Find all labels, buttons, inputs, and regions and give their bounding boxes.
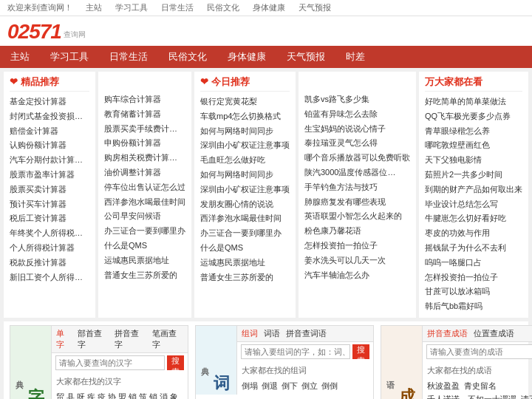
list-item[interactable]: 运城惠民票据地址 — [104, 253, 185, 268]
nav-tools[interactable]: 学习工具 — [40, 46, 99, 68]
top-link-health[interactable]: 身体健康 — [253, 3, 285, 12]
zi-char[interactable]: 销 — [129, 390, 137, 399]
top-link-home[interactable]: 主站 — [86, 3, 102, 12]
list-item[interactable]: 汽车半轴油怎么办 — [304, 268, 410, 283]
list-item[interactable]: 茹照片2一共多少时间 — [425, 168, 522, 183]
nav-culture[interactable]: 民俗文化 — [158, 46, 217, 68]
list-item[interactable]: 粉色康乃馨花语 — [304, 224, 410, 239]
list-item[interactable]: 税款反推计算器 — [10, 256, 89, 270]
nav-health[interactable]: 身体健康 — [217, 46, 276, 68]
list-item[interactable]: 个人所得税计算器 — [10, 241, 89, 256]
list-item[interactable]: 认购份额计算器 — [10, 138, 89, 153]
list-item[interactable]: 枣皮的功效与作用 — [425, 226, 522, 241]
chengyu-tab-pinyin[interactable]: 拼音查成语 — [427, 328, 468, 339]
list-item[interactable]: 铂蓝有异味怎么去除 — [304, 107, 410, 122]
list-item[interactable]: 如何与网络时间同步 — [200, 124, 290, 139]
zi-tab-bushou[interactable]: 部首查字 — [78, 328, 109, 350]
ci-tab-pinyin[interactable]: 拼音查词语 — [286, 328, 327, 339]
list-item[interactable]: 年终奖个人所得税… — [10, 226, 89, 241]
nav-home[interactable]: 主站 — [0, 46, 40, 68]
list-item[interactable]: 哪咤敦煌壁画红色 — [425, 138, 522, 153]
list-item[interactable]: 甘蔗可以放冰箱吗 — [425, 284, 522, 299]
top-link-weather[interactable]: 天气预报 — [299, 3, 331, 12]
list-item[interactable]: 赔偿金计算器 — [10, 124, 89, 139]
list-item[interactable]: 摇钱鼠子为什么不去利 — [425, 241, 522, 256]
list-item[interactable]: 新旧工资个人所得… — [10, 270, 89, 285]
ci-tab-word[interactable]: 词语 — [264, 328, 280, 339]
list-item[interactable]: 股票买卖计算器 — [10, 183, 89, 197]
list-item[interactable]: 封闭式基金投资损… — [10, 109, 89, 124]
zi-char[interactable]: 盟 — [118, 390, 126, 399]
list-item[interactable]: 油价调整计算器 — [104, 166, 185, 180]
list-item[interactable]: 生宝妈妈的说说心情子 — [304, 122, 410, 137]
zi-char[interactable]: 疾 — [87, 390, 95, 399]
list-item[interactable]: 汽车分期付款计算… — [10, 153, 89, 168]
zi-search-input[interactable] — [55, 355, 165, 370]
list-item[interactable]: 西洋参泡水喝最佳时间 — [104, 195, 185, 210]
list-item[interactable]: 肺腺癌复发有哪些表现 — [304, 195, 410, 210]
list-item[interactable]: 怎样投资拍一拍位子 — [425, 270, 522, 285]
list-item[interactable]: QQ飞车极光要多少点券 — [425, 109, 522, 124]
list-item[interactable]: 西洋参泡水喝最佳时间 — [200, 211, 290, 226]
nav-timezone[interactable]: 时差 — [335, 46, 375, 68]
ci-word[interactable]: 倒立 — [301, 379, 318, 393]
ci-word[interactable]: 倒塌 — [242, 379, 258, 393]
chengyu-search-input[interactable] — [426, 344, 532, 359]
chengyu-item[interactable]: 青史留名 — [464, 381, 497, 390]
list-item[interactable]: 怎样投资拍一拍位子 — [304, 239, 410, 253]
top-link-daily[interactable]: 日常生活 — [161, 3, 194, 12]
list-item[interactable]: 牛腱崽怎么切好看好吃 — [425, 211, 522, 226]
list-item[interactable]: 手竿钓鱼方法与技巧 — [304, 180, 410, 195]
list-item[interactable]: 韩后气bb霜好吗 — [425, 299, 522, 314]
nav-daily[interactable]: 日常生活 — [99, 46, 158, 68]
list-item[interactable]: 停车位出售认证怎么过 — [104, 180, 185, 195]
list-item[interactable]: 普通女生三苏所爱的 — [104, 268, 185, 283]
list-item[interactable]: 什么是QMS — [104, 239, 185, 253]
list-item[interactable]: 什么是QMS — [200, 241, 290, 256]
zi-char[interactable]: 县 — [66, 390, 75, 399]
zi-char[interactable]: 疫 — [98, 390, 106, 399]
ci-search-button[interactable]: 搜索 — [352, 344, 369, 359]
list-item[interactable]: 股票买卖手续费计… — [104, 122, 185, 137]
list-item[interactable]: 深圳由小矿权证注意事项 — [200, 138, 290, 153]
list-item[interactable]: 哪个音乐播放器可以免费听歌 — [304, 151, 410, 166]
list-item[interactable]: 公司早安问候语 — [104, 209, 185, 224]
list-item[interactable]: 申购份额计算器 — [104, 136, 185, 151]
chengyu-item[interactable]: 千人诺诺，不如一士谔谔 — [427, 395, 516, 399]
zi-tab-pinyin[interactable]: 拼音查字 — [115, 328, 146, 350]
list-item[interactable]: 基金定投计算器 — [10, 95, 89, 109]
zi-char[interactable]: 象 — [170, 390, 178, 399]
list-item[interactable]: 发朋友圈心情的说说 — [200, 197, 290, 212]
list-item[interactable]: 毕业设计总结怎么写 — [425, 197, 522, 212]
zi-char[interactable]: 消 — [160, 390, 168, 399]
list-item[interactable]: 办三证合一要到哪里办 — [200, 226, 290, 241]
list-item[interactable]: 购车综合计算器 — [104, 92, 185, 107]
top-link-culture[interactable]: 民俗文化 — [207, 3, 239, 12]
list-item[interactable]: 呜呜一咯腿口占 — [425, 256, 522, 270]
nav-weather[interactable]: 天气预报 — [276, 46, 335, 68]
list-item[interactable]: 青草眼绿楷怎么养 — [425, 124, 522, 139]
list-item[interactable]: 凯多vs路飞多少集 — [304, 92, 410, 107]
zi-search-button[interactable]: 搜索 — [167, 355, 184, 370]
list-item[interactable]: 好吃简单的简单菜做法 — [425, 95, 522, 109]
list-item[interactable]: 陕汽3000温度传感器位… — [304, 166, 410, 180]
ci-word[interactable]: 倒倒 — [321, 379, 338, 393]
zi-char[interactable]: 呀 — [77, 390, 85, 399]
list-item[interactable]: 天下父独电影情 — [425, 153, 522, 168]
list-item[interactable]: 英语联盟小智怎么火起来的 — [304, 209, 410, 224]
list-item[interactable]: 预计买车计算器 — [10, 197, 89, 212]
zi-char[interactable]: 筑 — [139, 390, 147, 399]
list-item[interactable]: 毛血旺怎么做好吃 — [200, 153, 290, 168]
chengyu-tab-position[interactable]: 位置查成语 — [474, 328, 514, 339]
chengyu-item[interactable]: 秋波盈盈 — [427, 381, 460, 390]
zi-char[interactable]: 贸 — [56, 390, 64, 399]
zi-tab-single[interactable]: 单字 — [56, 328, 72, 350]
list-item[interactable]: 泰拉瑞亚灵气怎么得 — [304, 136, 410, 151]
list-item[interactable]: 车载mp4怎么切换格式 — [200, 109, 290, 124]
zi-char[interactable]: 协 — [108, 390, 116, 399]
ci-tab-group[interactable]: 组词 — [242, 328, 258, 339]
top-link-tools[interactable]: 学习工具 — [115, 3, 148, 12]
list-item[interactable]: 银行定宽黄花梨 — [200, 95, 290, 109]
list-item[interactable]: 深圳由小矿权证注意事项 — [200, 183, 290, 197]
ci-word[interactable]: 倒下 — [282, 379, 298, 393]
